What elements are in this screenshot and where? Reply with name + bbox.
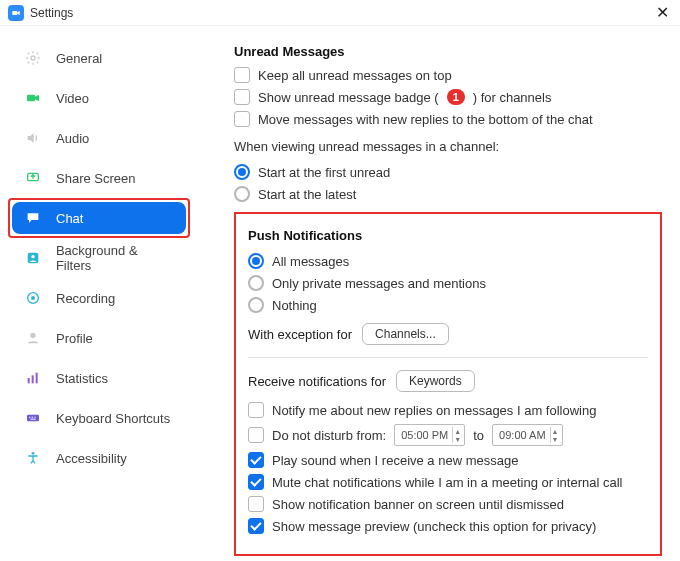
checkbox-banner[interactable] (248, 496, 264, 512)
label-exception: With exception for (248, 327, 352, 342)
sidebar-item-background-filters[interactable]: Background & Filters (12, 242, 186, 274)
keywords-button[interactable]: Keywords (396, 370, 475, 392)
close-button[interactable]: ✕ (652, 3, 672, 22)
row-mute-meeting[interactable]: Mute chat notifications while I am in a … (248, 474, 648, 490)
row-push-none[interactable]: Nothing (248, 297, 648, 313)
svg-point-1 (31, 56, 35, 60)
sidebar-item-label: Statistics (56, 371, 108, 386)
sidebar-item-keyboard-shortcuts[interactable]: Keyboard Shortcuts (12, 402, 186, 434)
sidebar-item-general[interactable]: General (12, 42, 186, 74)
sidebar-item-recording[interactable]: Recording (12, 282, 186, 314)
checkbox-preview[interactable] (248, 518, 264, 534)
radio-push-none[interactable] (248, 297, 264, 313)
spin-down-icon[interactable]: ▼ (452, 435, 462, 443)
row-keep-top[interactable]: Keep all unread messages on top (234, 67, 662, 83)
radio-push-priv[interactable] (248, 275, 264, 291)
badge-count: 1 (447, 89, 465, 105)
window-title: Settings (30, 6, 73, 20)
row-dnd[interactable]: Do not disturb from: 05:00 PM ▲▼ to 09:0… (248, 424, 648, 446)
radio-start-latest[interactable] (234, 186, 250, 202)
checkbox-follow[interactable] (248, 402, 264, 418)
svg-point-5 (31, 255, 34, 258)
sidebar-item-label: Recording (56, 291, 115, 306)
unread-title: Unread Messages (234, 44, 662, 59)
radio-start-first[interactable] (234, 164, 250, 180)
dnd-from-value: 05:00 PM (401, 429, 448, 441)
label-badge-before: Show unread message badge ( (258, 90, 439, 105)
kbd-icon (22, 407, 44, 429)
sidebar-item-chat[interactable]: Chat (12, 202, 186, 234)
svg-point-17 (32, 452, 35, 455)
access-icon (22, 447, 44, 469)
sidebar-item-label: Audio (56, 131, 89, 146)
label-receive: Receive notifications for (248, 374, 386, 389)
sidebar-item-accessibility[interactable]: Accessibility (12, 442, 186, 474)
svg-rect-0 (12, 10, 17, 14)
svg-point-7 (31, 296, 35, 300)
sidebar-item-share-screen[interactable]: Share Screen (12, 162, 186, 194)
profile-icon (22, 327, 44, 349)
checkbox-keep-top[interactable] (234, 67, 250, 83)
row-play-sound[interactable]: Play sound when I receive a new message (248, 452, 648, 468)
sidebar-item-label: Background & Filters (56, 243, 176, 273)
label-dnd: Do not disturb from: (272, 428, 386, 443)
row-start-first[interactable]: Start at the first unread (234, 164, 662, 180)
label-start-first: Start at the first unread (258, 165, 390, 180)
sidebar-item-label: General (56, 51, 102, 66)
svg-rect-12 (27, 415, 39, 422)
row-push-all[interactable]: All messages (248, 253, 648, 269)
label-move-bottom: Move messages with new replies to the bo… (258, 112, 593, 127)
svg-rect-13 (29, 417, 30, 418)
bg-icon (22, 247, 44, 269)
sidebar-item-label: Accessibility (56, 451, 127, 466)
stats-icon (22, 367, 44, 389)
sidebar-item-audio[interactable]: Audio (12, 122, 186, 154)
row-preview[interactable]: Show message preview (uncheck this optio… (248, 518, 648, 534)
spin-down-icon[interactable]: ▼ (550, 435, 560, 443)
sidebar-item-label: Keyboard Shortcuts (56, 411, 170, 426)
radio-push-all[interactable] (248, 253, 264, 269)
svg-rect-2 (27, 95, 35, 102)
row-follow[interactable]: Notify me about new replies on messages … (248, 402, 648, 418)
dnd-to-value: 09:00 AM (499, 429, 545, 441)
row-move-bottom[interactable]: Move messages with new replies to the bo… (234, 111, 662, 127)
sidebar-item-label: Share Screen (56, 171, 136, 186)
svg-rect-9 (28, 378, 30, 383)
checkbox-play-sound[interactable] (248, 452, 264, 468)
audio-icon (22, 127, 44, 149)
sidebar: GeneralVideoAudioShare ScreenChatBackgro… (0, 26, 198, 561)
row-push-priv[interactable]: Only private messages and mentions (248, 275, 648, 291)
spin-up-icon[interactable]: ▲ (550, 427, 560, 435)
dnd-from-input[interactable]: 05:00 PM ▲▼ (394, 424, 465, 446)
sidebar-item-label: Video (56, 91, 89, 106)
sidebar-item-label: Profile (56, 331, 93, 346)
content-panel: Unread Messages Keep all unread messages… (198, 26, 680, 561)
spin-up-icon[interactable]: ▲ (452, 427, 462, 435)
checkbox-badge[interactable] (234, 89, 250, 105)
label-push-none: Nothing (272, 298, 317, 313)
channels-button[interactable]: Channels... (362, 323, 449, 345)
app-icon (8, 5, 24, 21)
sidebar-item-profile[interactable]: Profile (12, 322, 186, 354)
label-keep-top: Keep all unread messages on top (258, 68, 452, 83)
dnd-to-input[interactable]: 09:00 AM ▲▼ (492, 424, 562, 446)
rec-icon (22, 287, 44, 309)
titlebar: Settings ✕ (0, 0, 680, 26)
sidebar-item-statistics[interactable]: Statistics (12, 362, 186, 394)
row-banner[interactable]: Show notification banner on screen until… (248, 496, 648, 512)
label-dnd-to: to (473, 428, 484, 443)
svg-rect-16 (30, 419, 35, 420)
row-badge[interactable]: Show unread message badge ( 1 ) for chan… (234, 89, 662, 105)
checkbox-move-bottom[interactable] (234, 111, 250, 127)
checkbox-dnd[interactable] (248, 427, 264, 443)
svg-rect-14 (32, 417, 33, 418)
chat-icon (22, 207, 44, 229)
sidebar-item-video[interactable]: Video (12, 82, 186, 114)
svg-rect-15 (34, 417, 35, 418)
svg-point-8 (30, 333, 35, 338)
row-start-latest[interactable]: Start at the latest (234, 186, 662, 202)
checkbox-mute-meeting[interactable] (248, 474, 264, 490)
video-icon (22, 87, 44, 109)
label-preview: Show message preview (uncheck this optio… (272, 519, 596, 534)
label-play-sound: Play sound when I receive a new message (272, 453, 518, 468)
